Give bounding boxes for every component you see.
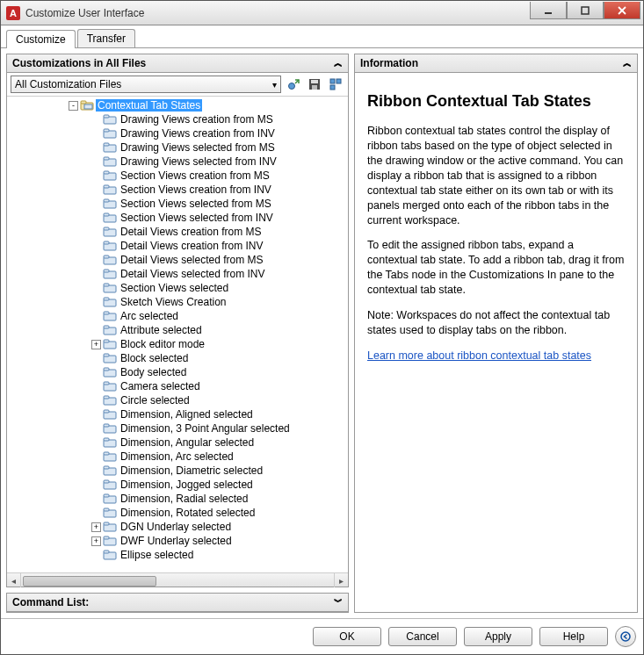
svg-rect-7 — [312, 85, 317, 90]
information-panel-header[interactable]: Information ︽ — [355, 54, 637, 73]
tab-state-icon — [103, 226, 117, 238]
tree-node-label: Ellipse selected — [119, 549, 195, 561]
tree-node[interactable]: Dimension, Aligned selected — [7, 407, 348, 421]
tree-node[interactable]: Detail Views creation from INV — [7, 239, 348, 253]
tree-node[interactable]: Section Views creation from INV — [7, 183, 348, 197]
tree-node[interactable]: Dimension, Angular selected — [7, 435, 348, 450]
tree-node-label: Arc selected — [119, 310, 180, 322]
svg-rect-69 — [104, 494, 109, 497]
minimize-button[interactable] — [530, 2, 567, 19]
app-icon: A — [6, 6, 20, 20]
tree-node[interactable]: +DWF Underlay selected — [7, 534, 348, 548]
tree-node-label: Section Views selected from MS — [119, 198, 273, 210]
tree-node-label: Dimension, Arc selected — [119, 450, 235, 463]
tree-node[interactable]: Block selected — [7, 351, 348, 365]
svg-rect-1 — [582, 7, 589, 14]
customization-file-dropdown[interactable]: All Customization Files ▾ — [11, 76, 281, 93]
tree-node[interactable]: Section Views selected — [7, 281, 348, 295]
titlebar: A Customize User Interface — [1, 1, 643, 25]
tree-node-label: Block selected — [119, 352, 190, 364]
tree-node[interactable]: Drawing Views selected from MS — [7, 140, 348, 155]
tree-node[interactable]: Detail Views selected from MS — [7, 253, 348, 267]
tree-node-label: Drawing Views selected from MS — [119, 141, 277, 154]
svg-rect-71 — [104, 508, 109, 511]
tab-customize[interactable]: Customize — [6, 30, 76, 48]
tab-state-icon — [103, 380, 117, 392]
tab-transfer[interactable]: Transfer — [77, 29, 135, 47]
tab-state-icon — [103, 127, 117, 140]
tree-node[interactable]: +Block editor mode — [7, 337, 348, 351]
load-partial-button[interactable] — [285, 76, 302, 93]
learn-more-link[interactable]: Learn more about ribbon contextual tab s… — [367, 349, 591, 362]
tree-node[interactable]: Dimension, Diametric selected — [7, 464, 348, 478]
tab-state-icon — [103, 310, 117, 322]
expand-dialog-button[interactable] — [615, 626, 636, 647]
tree-node[interactable]: Dimension, Rotated selected — [7, 506, 348, 520]
svg-rect-53 — [104, 382, 109, 385]
svg-rect-55 — [104, 396, 109, 399]
expand-icon[interactable]: + — [91, 522, 101, 532]
svg-rect-43 — [104, 312, 109, 314]
tree-node[interactable]: Sketch Views Creation — [7, 295, 348, 309]
tree-node-root[interactable]: -Contextual Tab States — [7, 98, 348, 112]
customizations-tree[interactable]: -Contextual Tab StatesDrawing Views crea… — [7, 97, 348, 572]
tree-node[interactable]: Dimension, 3 Point Angular selected — [7, 421, 348, 435]
scroll-right-icon[interactable]: ▸ — [334, 573, 348, 587]
cancel-button[interactable]: Cancel — [388, 627, 457, 646]
tree-node[interactable]: Section Views selected from INV — [7, 211, 348, 225]
svg-rect-59 — [104, 424, 109, 427]
tree-node-label: Contextual Tab States — [96, 99, 202, 112]
collapse-icon[interactable]: - — [69, 101, 78, 111]
customizations-panel-header[interactable]: Customizations in All Files ︽ — [7, 54, 348, 73]
tree-node[interactable]: Drawing Views creation from INV — [7, 126, 348, 140]
dropdown-value: All Customization Files — [15, 78, 121, 90]
info-paragraph: Ribbon contextual tab states control the… — [367, 124, 625, 227]
tab-state-icon — [103, 521, 117, 533]
help-button[interactable]: Help — [539, 627, 608, 646]
tree-node[interactable]: Attribute selected — [7, 323, 348, 337]
svg-rect-31 — [104, 227, 109, 230]
tree-node[interactable]: Ellipse selected — [7, 548, 348, 562]
tree-node[interactable]: Section Views creation from MS — [7, 169, 348, 183]
svg-rect-39 — [104, 284, 109, 286]
apply-button[interactable]: Apply — [464, 627, 532, 646]
display-filter-button[interactable] — [327, 76, 344, 93]
ok-button[interactable]: OK — [313, 627, 381, 646]
scroll-left-icon[interactable]: ◂ — [7, 573, 21, 587]
tree-node-label: Circle selected — [119, 394, 192, 407]
expand-icon: ︾ — [334, 598, 343, 607]
expand-icon[interactable]: + — [91, 340, 101, 349]
tree-node[interactable]: +DGN Underlay selected — [7, 520, 348, 534]
tree-node-label: Dimension, Angular selected — [119, 436, 256, 449]
tree-node-label: Detail Views creation from INV — [119, 240, 265, 252]
tree-node-label: Detail Views selected from INV — [119, 268, 267, 280]
svg-rect-63 — [104, 452, 109, 455]
maximize-button[interactable] — [567, 2, 604, 19]
tree-node[interactable]: Camera selected — [7, 379, 348, 393]
tree-node[interactable]: Section Views selected from MS — [7, 197, 348, 211]
tree-horizontal-scrollbar[interactable]: ◂ ▸ — [7, 572, 348, 587]
tree-node[interactable]: Detail Views creation from MS — [7, 225, 348, 239]
tree-node[interactable]: Dimension, Arc selected — [7, 450, 348, 464]
main-area: Customizations in All Files ︽ All Custom… — [1, 48, 643, 618]
window-controls — [530, 6, 643, 19]
tree-node[interactable]: Body selected — [7, 365, 348, 379]
tree-node-label: Detail Views creation from MS — [119, 226, 264, 238]
tree-node[interactable]: Circle selected — [7, 393, 348, 407]
svg-point-78 — [621, 632, 630, 641]
collapse-icon: ︽ — [334, 59, 343, 68]
tree-node[interactable]: Dimension, Jogged selected — [7, 478, 348, 492]
tree-node[interactable]: Arc selected — [7, 309, 348, 323]
tree-node[interactable]: Drawing Views creation from MS — [7, 112, 348, 126]
close-button[interactable] — [604, 2, 640, 19]
tree-node[interactable]: Detail Views selected from INV — [7, 267, 348, 281]
tree-node-label: Section Views creation from INV — [119, 184, 273, 196]
customizations-panel: Customizations in All Files ︽ All Custom… — [6, 54, 349, 587]
tree-node[interactable]: Dimension, Radial selected — [7, 492, 348, 506]
save-button[interactable] — [306, 76, 323, 93]
expand-icon[interactable]: + — [91, 536, 101, 546]
tree-node-label: Camera selected — [119, 380, 202, 392]
tree-node-label: Dimension, 3 Point Angular selected — [119, 422, 292, 435]
tree-node[interactable]: Drawing Views selected from INV — [7, 155, 348, 169]
command-list-header[interactable]: Command List: ︾ — [7, 594, 348, 612]
